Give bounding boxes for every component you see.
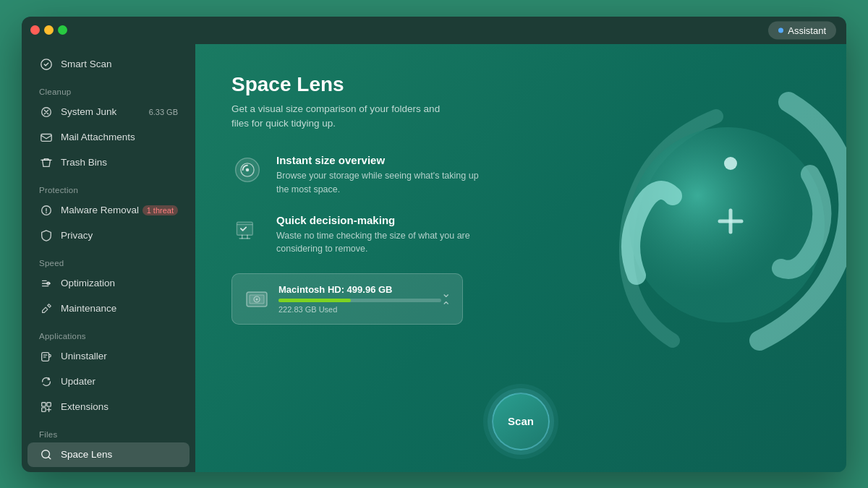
scan-button[interactable]: Scan: [492, 393, 550, 450]
optimization-label: Optimization: [61, 278, 115, 288]
sidebar: Smart Scan Cleanup System Junk 6.33 GB M…: [22, 44, 195, 472]
malware-threat-badge: 1 threat: [142, 205, 178, 215]
privacy-icon: [39, 228, 54, 243]
svg-point-21: [246, 168, 250, 172]
sidebar-item-large-old-files[interactable]: Large & Old Files: [27, 468, 190, 472]
smart-scan-label: Smart Scan: [61, 59, 112, 69]
close-button[interactable]: [30, 25, 40, 35]
drive-icon: [244, 286, 270, 312]
sidebar-item-extensions[interactable]: Extensions: [27, 395, 190, 419]
sidebar-item-smart-scan[interactable]: Smart Scan: [27, 52, 190, 77]
drive-info: Macintosh HD: 499.96 GB 222.83 GB Used: [278, 284, 441, 314]
updater-label: Updater: [61, 376, 95, 387]
sidebar-item-mail-attachments[interactable]: Mail Attachments: [27, 125, 190, 150]
extensions-label: Extensions: [61, 401, 109, 412]
system-junk-badge: 6.33 GB: [149, 108, 178, 116]
svg-rect-2: [41, 134, 51, 141]
drive-selector[interactable]: Macintosh HD: 499.96 GB 222.83 GB Used ⌄…: [231, 273, 463, 325]
section-cleanup: Cleanup: [22, 77, 195, 99]
feature-instant-overview-title: Instant size overview: [276, 154, 479, 166]
drive-used-label: 222.83 GB Used: [278, 305, 441, 314]
assistant-dot: [778, 27, 783, 33]
feature-instant-overview-desc: Browse your storage while seeing what's …: [276, 169, 479, 197]
quick-decision-icon: [231, 214, 263, 246]
system-junk-label: System Junk: [61, 106, 116, 117]
svg-rect-9: [42, 402, 46, 406]
extensions-icon: [39, 400, 54, 414]
app-window: Assistant Smart Scan Cleanup System: [22, 17, 846, 472]
assistant-label: Assistant: [788, 25, 826, 35]
drive-name: Macintosh HD: 499.96 GB: [278, 284, 441, 295]
traffic-lights: [30, 25, 67, 35]
drive-progress-bar-bg: [278, 299, 441, 302]
section-files: Files: [22, 420, 195, 442]
sidebar-item-trash-bins[interactable]: Trash Bins: [27, 150, 190, 175]
maintenance-label: Maintenance: [61, 303, 116, 314]
svg-rect-10: [47, 402, 51, 406]
feature-quick-decision-text: Quick decision-making Waste no time chec…: [276, 214, 479, 257]
sidebar-item-space-lens[interactable]: Space Lens: [27, 442, 190, 467]
sidebar-item-maintenance[interactable]: Maintenance: [27, 296, 190, 321]
feature-instant-overview: Instant size overview Browse your storag…: [231, 154, 810, 197]
instant-overview-icon: [231, 154, 263, 186]
sidebar-item-uninstaller[interactable]: Uninstaller: [27, 344, 190, 369]
feature-quick-decision: Quick decision-making Waste no time chec…: [231, 214, 810, 257]
feature-quick-decision-title: Quick decision-making: [276, 214, 479, 226]
title-bar: Assistant: [22, 17, 846, 44]
page-title: Space Lens: [231, 73, 810, 96]
maximize-button[interactable]: [58, 25, 67, 35]
space-lens-icon: [39, 448, 54, 462]
uninstaller-icon: [39, 349, 54, 364]
sidebar-item-optimization[interactable]: Optimization: [27, 271, 190, 296]
minimize-button[interactable]: [44, 25, 54, 35]
svg-point-26: [256, 298, 258, 300]
mail-attachments-label: Mail Attachments: [61, 132, 135, 142]
trash-bins-label: Trash Bins: [61, 157, 107, 168]
smart-scan-icon: [39, 57, 54, 72]
maintenance-icon: [39, 301, 54, 316]
malware-icon: [39, 203, 54, 218]
privacy-label: Privacy: [61, 230, 93, 241]
optimization-icon: [39, 276, 54, 291]
sidebar-item-privacy[interactable]: Privacy: [27, 223, 190, 248]
section-applications: Applications: [22, 322, 195, 343]
main-content: Space Lens Get a visual size comparison …: [195, 44, 846, 472]
section-speed: Speed: [22, 249, 195, 270]
mail-icon: [39, 130, 54, 145]
uninstaller-label: Uninstaller: [61, 351, 107, 361]
scan-button-container: Scan: [492, 393, 550, 450]
svg-rect-11: [42, 407, 46, 411]
sidebar-item-updater[interactable]: Updater: [27, 369, 190, 394]
sidebar-item-system-junk[interactable]: System Junk 6.33 GB: [27, 100, 190, 124]
assistant-button[interactable]: Assistant: [768, 21, 836, 39]
system-junk-icon: [39, 105, 54, 119]
drive-chevron-icon: ⌄ ⌄: [441, 288, 451, 311]
page-subtitle: Get a visual size comparison of your fol…: [231, 102, 448, 132]
feature-instant-overview-text: Instant size overview Browse your storag…: [276, 154, 479, 197]
section-protection: Protection: [22, 176, 195, 197]
space-lens-label: Space Lens: [61, 449, 112, 460]
malware-removal-label: Malware Removal: [61, 205, 139, 215]
drive-progress-bar-fill: [278, 299, 351, 302]
feature-quick-decision-desc: Waste no time checking the size of what …: [276, 229, 479, 257]
trash-icon: [39, 155, 54, 170]
sidebar-item-malware-removal[interactable]: Malware Removal 1 threat: [27, 198, 190, 223]
updater-icon: [39, 374, 54, 389]
